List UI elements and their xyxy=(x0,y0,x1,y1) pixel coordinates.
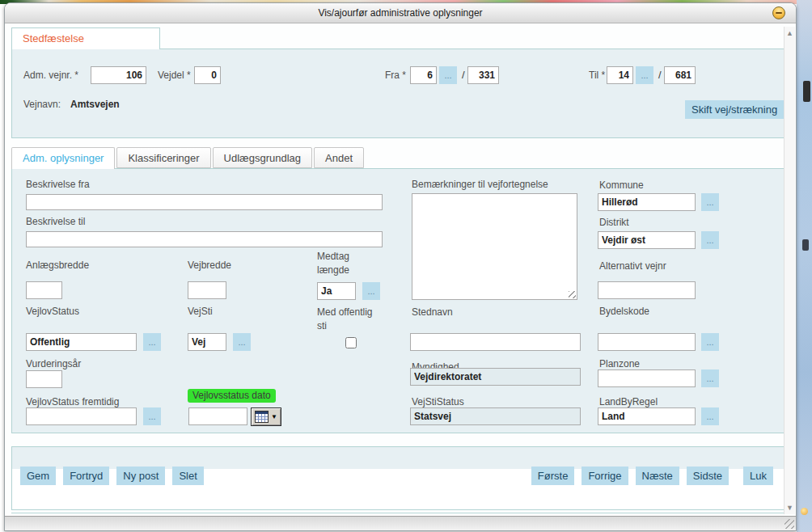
minimize-circle-icon[interactable] xyxy=(772,6,785,19)
adm-vejnr-input[interactable] xyxy=(91,66,146,84)
tab-andet[interactable]: Andet xyxy=(314,147,364,168)
distrikt-input[interactable] xyxy=(598,231,696,249)
medtag-laengde-browse-button[interactable]: ... xyxy=(362,282,380,300)
vertical-scrollbar[interactable]: ▲ ▼ xyxy=(784,27,795,514)
footer-panel: Gem Fortryd Ny post Slet Første Forrige … xyxy=(11,446,787,510)
content-divider xyxy=(11,513,784,513)
vejlovstatus-label: VejlovStatus xyxy=(26,306,79,318)
til-total-input[interactable] xyxy=(664,66,696,84)
tab-stedfaestelse-label: Stedfæstelse xyxy=(12,28,159,49)
forrige-button[interactable]: Forrige xyxy=(582,467,628,485)
vejlovsstatus-dato-input[interactable] xyxy=(188,407,247,425)
vejsti-browse-button[interactable]: ... xyxy=(233,333,251,351)
myndighed-input xyxy=(410,368,581,386)
vurderingsaar-input[interactable] xyxy=(26,370,62,388)
beskrivelse-fra-input[interactable] xyxy=(26,194,383,210)
med-offentlig-sti-label: Med offentlig sti xyxy=(317,306,378,333)
vejlovstatus-fremtidig-label: VejlovStatus fremtidig xyxy=(26,396,119,408)
scroll-down-arrow-icon[interactable]: ▼ xyxy=(785,504,795,512)
vejdel-label: Vejdel * xyxy=(158,70,191,82)
vejlovstatus-fremtidig-browse-button[interactable]: ... xyxy=(143,407,161,425)
alternativt-vejnr-label: Alternativt vejnr xyxy=(599,260,666,272)
ny-post-button[interactable]: Ny post xyxy=(116,467,165,485)
bemaerkninger-label: Bemærkninger til vejfortegnelse xyxy=(412,179,548,191)
statusbar xyxy=(5,516,796,530)
vejdel-input[interactable] xyxy=(194,66,221,84)
sidste-button[interactable]: Sidste xyxy=(687,467,729,485)
dialog-titlebar[interactable]: Vis/ajourfør administrative oplysninger xyxy=(5,3,796,23)
vejsti-label: VejSti xyxy=(188,306,213,318)
bydelskode-input[interactable] xyxy=(598,333,696,351)
bemaerkninger-textarea[interactable] xyxy=(412,193,577,300)
forste-button[interactable]: Første xyxy=(531,467,575,485)
gem-button[interactable]: Gem xyxy=(20,467,56,485)
anlaegsbredde-input[interactable] xyxy=(26,281,62,299)
tab-adm-oplysninger[interactable]: Adm. oplysninger xyxy=(11,147,115,169)
tab-stedfaestelse[interactable]: Stedfæstelse xyxy=(11,27,160,49)
vejlovstatus-browse-button[interactable]: ... xyxy=(143,333,161,351)
distrikt-label: Distrikt xyxy=(599,217,629,229)
slet-button[interactable]: Slet xyxy=(172,467,203,485)
vejbredde-label: Vejbredde xyxy=(188,260,231,272)
resize-grip-icon[interactable] xyxy=(785,519,794,529)
naeste-button[interactable]: Næste xyxy=(636,467,679,485)
navigation-buttons: Første Forrige Næste Sidste xyxy=(531,467,729,485)
adm-oplysninger-panel: Beskrivelse fra Beskrivelse til Anlægsbr… xyxy=(11,168,787,433)
vejbredde-input[interactable] xyxy=(188,281,226,299)
medtag-laengde-input[interactable] xyxy=(317,282,356,300)
calendar-button[interactable]: ▼ xyxy=(251,407,281,426)
distrikt-browse-button[interactable]: ... xyxy=(701,231,719,249)
tab-klassificeringer[interactable]: Klassificeringer xyxy=(116,147,210,168)
planzone-input[interactable] xyxy=(598,369,696,387)
vejnavn-label: Vejnavn: xyxy=(23,99,61,111)
skift-vej-straekning-button[interactable]: Skift vej/strækning xyxy=(685,100,784,119)
vejsti-input[interactable] xyxy=(188,333,226,351)
landbyregel-input[interactable] xyxy=(598,407,696,425)
background-map-strip-right xyxy=(797,0,812,532)
beskrivelse-til-input[interactable] xyxy=(26,231,383,247)
scroll-up-arrow-icon[interactable]: ▲ xyxy=(785,29,795,37)
vejlovstatus-input[interactable] xyxy=(26,333,137,351)
alternativt-vejnr-input[interactable] xyxy=(598,281,696,299)
record-action-buttons: Gem Fortryd Ny post Slet xyxy=(20,467,204,485)
background-fragment xyxy=(802,239,809,251)
stednavn-input[interactable] xyxy=(410,333,581,351)
til-input[interactable] xyxy=(607,66,633,84)
calendar-icon xyxy=(255,411,269,423)
planzone-browse-button[interactable]: ... xyxy=(701,369,719,387)
kommune-input[interactable] xyxy=(598,193,696,211)
bydelskode-label: Bydelskode xyxy=(599,306,649,318)
kommune-browse-button[interactable]: ... xyxy=(701,193,719,211)
vejstistatus-label: VejStiStatus xyxy=(412,396,464,408)
beskrivelse-fra-label: Beskrivelse fra xyxy=(26,179,90,191)
fra-separator: / xyxy=(462,66,465,84)
fra-input[interactable] xyxy=(410,66,437,84)
fortryd-button[interactable]: Fortryd xyxy=(63,467,109,485)
background-fragment xyxy=(803,81,810,102)
adm-vejnr-label: Adm. vejnr. * xyxy=(23,70,78,82)
tab-udlaegsgrundlag[interactable]: Udlægsgrundlag xyxy=(213,147,312,168)
fra-label: Fra * xyxy=(385,70,406,82)
landbyregel-label: LandByRegel xyxy=(599,396,658,408)
vejstistatus-input xyxy=(410,407,581,425)
fra-browse-button[interactable]: ... xyxy=(439,66,457,84)
background-fragment xyxy=(801,508,808,515)
bydelskode-browse-button[interactable]: ... xyxy=(701,333,719,351)
beskrivelse-til-label: Beskrivelse til xyxy=(26,216,85,228)
dropdown-arrow-icon: ▼ xyxy=(271,414,277,420)
fra-total-input[interactable] xyxy=(467,66,499,84)
planzone-label: Planzone xyxy=(599,358,640,370)
med-offentlig-sti-checkbox[interactable] xyxy=(345,337,357,348)
luk-button[interactable]: Luk xyxy=(743,467,773,485)
til-label: Til * xyxy=(589,70,605,82)
til-browse-button[interactable]: ... xyxy=(636,66,653,84)
medtag-laengde-label: Medtag længde xyxy=(317,250,364,277)
landbyregel-browse-button[interactable]: ... xyxy=(701,407,719,425)
vurderingsaar-label: Vurderingsår xyxy=(26,358,81,370)
kommune-label: Kommune xyxy=(599,179,644,192)
til-separator: / xyxy=(658,66,662,84)
form-tab-bar: Adm. oplysninger Klassificeringer Udlægs… xyxy=(11,147,366,169)
vejlovstatus-fremtidig-input[interactable] xyxy=(26,407,137,425)
admin-info-dialog: Vis/ajourfør administrative oplysninger … xyxy=(4,2,797,531)
stedfaestelse-panel: Adm. vejnr. * Vejdel * Fra * ... / Til *… xyxy=(11,49,787,138)
